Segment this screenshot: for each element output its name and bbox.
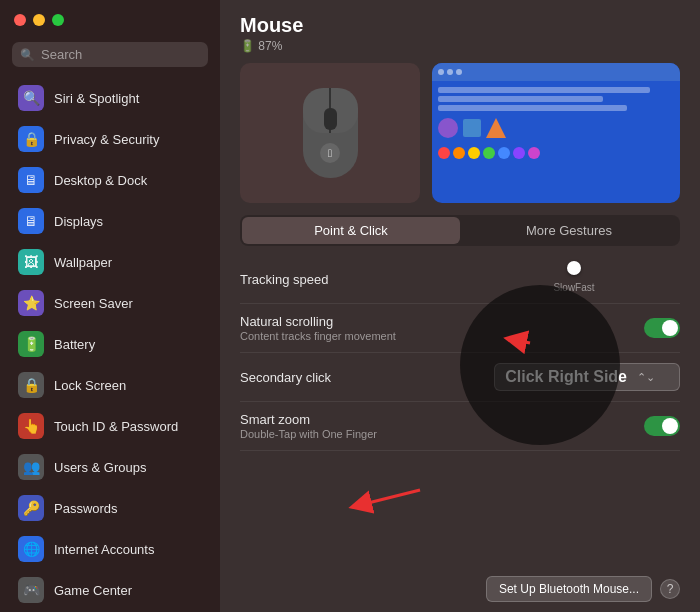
- sidebar-item-battery[interactable]: 🔋Battery: [6, 324, 214, 364]
- sidebar-item-label-gamecenter: Game Center: [54, 583, 202, 598]
- sidebar-item-passwords[interactable]: 🔑Passwords: [6, 488, 214, 528]
- bottom-row: Set Up Bluetooth Mouse... ?: [220, 566, 700, 612]
- privacy-icon: 🔒: [18, 126, 44, 152]
- setting-natural-scrolling: Natural scrolling Content tracks finger …: [240, 304, 680, 353]
- wallpaper-icon: 🖼: [18, 249, 44, 275]
- sidebar-item-gamecenter[interactable]: 🎮Game Center: [6, 570, 214, 610]
- secondary-click-label: Secondary click: [240, 370, 494, 385]
- sidebar-item-label-users: Users & Groups: [54, 460, 202, 475]
- main-content: Mouse 🔋 87% : [220, 0, 700, 612]
- setting-tracking-speed: Tracking speed Slow Fast: [240, 256, 680, 304]
- toggle-thumb: [662, 320, 678, 336]
- shape-triangle: [486, 118, 506, 138]
- display-preview: [432, 63, 680, 203]
- color-swatch-0: [438, 147, 450, 159]
- slider-min-label: Slow: [553, 282, 575, 293]
- color-swatch-6: [528, 147, 540, 159]
- slider-max-label: Fast: [575, 282, 594, 293]
- tab-more-gestures[interactable]: More Gestures: [460, 217, 678, 244]
- secondary-click-control[interactable]: Click Right Side ⌃⌄: [494, 363, 680, 391]
- slider-thumb[interactable]: [567, 261, 581, 275]
- desktop-icon: 🖥: [18, 167, 44, 193]
- natural-scrolling-label: Natural scrolling: [240, 314, 644, 329]
- sidebar-item-label-internet: Internet Accounts: [54, 542, 202, 557]
- gamecenter-icon: 🎮: [18, 577, 44, 603]
- sidebar-item-label-touchid: Touch ID & Password: [54, 419, 202, 434]
- display-dot-3: [456, 69, 462, 75]
- mouse-preview: : [240, 63, 420, 203]
- sidebar-item-displays[interactable]: 🖥Displays: [6, 201, 214, 241]
- sidebar-item-label-displays: Displays: [54, 214, 202, 229]
- color-swatch-3: [483, 147, 495, 159]
- chevron-icon: ⌃⌄: [637, 371, 655, 384]
- tracking-speed-label: Tracking speed: [240, 272, 452, 287]
- sidebar-item-label-privacy: Privacy & Security: [54, 132, 202, 147]
- shape-square: [463, 119, 481, 137]
- users-icon: 👥: [18, 454, 44, 480]
- internet-icon: 🌐: [18, 536, 44, 562]
- smart-zoom-toggle[interactable]: [644, 416, 680, 436]
- sidebar-item-label-screensaver: Screen Saver: [54, 296, 202, 311]
- lockscreen-icon: 🔒: [18, 372, 44, 398]
- color-swatch-1: [453, 147, 465, 159]
- sidebar-list: 🔍Siri & Spotlight🔒Privacy & Security🖥Des…: [0, 77, 220, 612]
- search-box[interactable]: 🔍 Search: [12, 42, 208, 67]
- tab-point-click[interactable]: Point & Click: [242, 217, 460, 244]
- smart-zoom-sublabel: Double-Tap with One Finger: [240, 428, 644, 440]
- sidebar-item-label-desktop: Desktop & Dock: [54, 173, 202, 188]
- smart-zoom-control[interactable]: [644, 416, 680, 436]
- close-button[interactable]: [14, 14, 26, 26]
- help-button[interactable]: ?: [660, 579, 680, 599]
- main-header: Mouse 🔋 87%: [220, 0, 700, 63]
- svg-text:: : [327, 147, 331, 159]
- maximize-button[interactable]: [52, 14, 64, 26]
- minimize-button[interactable]: [33, 14, 45, 26]
- color-swatch-2: [468, 147, 480, 159]
- touchid-icon: 👆: [18, 413, 44, 439]
- sidebar-item-screensaver[interactable]: ⭐Screen Saver: [6, 283, 214, 323]
- natural-scrolling-label-group: Natural scrolling Content tracks finger …: [240, 314, 644, 342]
- sidebar-item-label-passwords: Passwords: [54, 501, 202, 516]
- setup-bluetooth-button[interactable]: Set Up Bluetooth Mouse...: [486, 576, 652, 602]
- sidebar-item-label-wallpaper: Wallpaper: [54, 255, 202, 270]
- passwords-icon: 🔑: [18, 495, 44, 521]
- search-icon: 🔍: [20, 48, 35, 62]
- svg-rect-3: [324, 108, 337, 130]
- color-swatches: [438, 147, 674, 159]
- sidebar-item-desktop[interactable]: 🖥Desktop & Dock: [6, 160, 214, 200]
- siri-icon: 🔍: [18, 85, 44, 111]
- battery-indicator: 🔋 87%: [240, 39, 680, 53]
- natural-scrolling-control[interactable]: [644, 318, 680, 338]
- battery-icon: 🔋: [18, 331, 44, 357]
- smart-zoom-toggle-thumb: [662, 418, 678, 434]
- natural-scrolling-toggle[interactable]: [644, 318, 680, 338]
- sidebar-item-touchid[interactable]: 👆Touch ID & Password: [6, 406, 214, 446]
- tracking-speed-control[interactable]: Slow Fast: [468, 266, 680, 293]
- tabs-row: Point & Click More Gestures: [240, 215, 680, 246]
- sidebar-item-siri[interactable]: 🔍Siri & Spotlight: [6, 78, 214, 118]
- sidebar-item-label-lockscreen: Lock Screen: [54, 378, 202, 393]
- sidebar-item-users[interactable]: 👥Users & Groups: [6, 447, 214, 487]
- secondary-click-dropdown[interactable]: Click Right Side ⌃⌄: [494, 363, 680, 391]
- setting-smart-zoom: Smart zoom Double-Tap with One Finger: [240, 402, 680, 451]
- sidebar-item-label-siri: Siri & Spotlight: [54, 91, 202, 106]
- sidebar-item-wallpaper[interactable]: 🖼Wallpaper: [6, 242, 214, 282]
- sidebar: 🔍 Search 🔍Siri & Spotlight🔒Privacy & Sec…: [0, 0, 220, 612]
- display-dot-2: [447, 69, 453, 75]
- sidebar-item-internet[interactable]: 🌐Internet Accounts: [6, 529, 214, 569]
- display-dot-1: [438, 69, 444, 75]
- sidebar-item-privacy[interactable]: 🔒Privacy & Security: [6, 119, 214, 159]
- screensaver-icon: ⭐: [18, 290, 44, 316]
- display-line-3: [438, 105, 627, 111]
- search-input[interactable]: Search: [41, 47, 82, 62]
- mouse-illustration: : [293, 78, 368, 188]
- display-content: [432, 81, 680, 165]
- smart-zoom-label: Smart zoom: [240, 412, 644, 427]
- natural-scrolling-sublabel: Content tracks finger movement: [240, 330, 644, 342]
- smart-zoom-label-group: Smart zoom Double-Tap with One Finger: [240, 412, 644, 440]
- settings-section: Tracking speed Slow Fast Natural scrol: [220, 256, 700, 566]
- sidebar-item-lockscreen[interactable]: 🔒Lock Screen: [6, 365, 214, 405]
- display-topbar: [432, 63, 680, 81]
- secondary-click-value: Click Right Side: [505, 368, 627, 386]
- battery-text: 🔋 87%: [240, 39, 282, 53]
